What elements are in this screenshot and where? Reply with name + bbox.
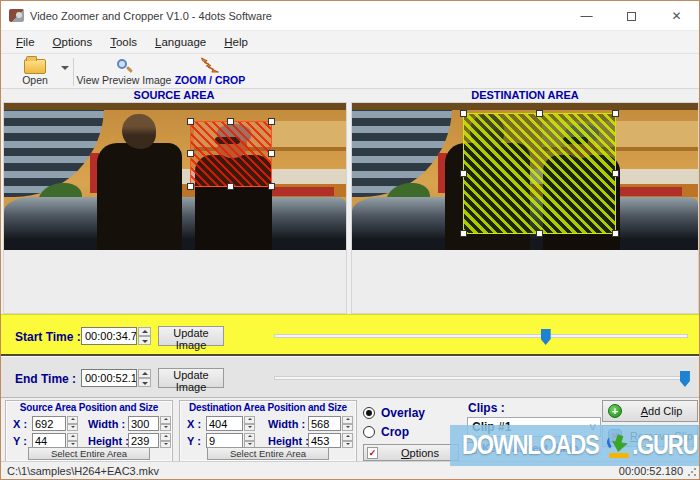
start-time-bar: Start Time : Update Image (1, 314, 699, 356)
end-time-bar: End Time : Update Image (1, 356, 699, 398)
selection-handle[interactable] (460, 110, 467, 117)
dest-y-input[interactable] (206, 433, 243, 448)
source-panel (3, 102, 347, 314)
options-button[interactable]: ✓ Options (363, 444, 459, 461)
add-plus-icon: + (608, 404, 622, 418)
destination-selection-overlay[interactable] (463, 113, 616, 234)
source-area-header: SOURCE AREA (1, 89, 347, 101)
end-time-input[interactable] (81, 369, 137, 387)
toolbar: Open View Preview Image ZOOM / CROP (1, 54, 699, 89)
open-dropdown-arrow-icon[interactable] (61, 66, 69, 70)
source-group-title: Source Area Position and Size (6, 402, 172, 413)
start-time-slider[interactable] (274, 334, 688, 338)
video-frame-source (4, 103, 346, 250)
folder-icon (24, 59, 46, 74)
dest-y-spinner[interactable] (244, 433, 255, 448)
start-time-input[interactable] (81, 327, 137, 345)
selection-handle[interactable] (187, 150, 194, 157)
selection-handle[interactable] (536, 110, 543, 117)
selection-handle[interactable] (612, 110, 619, 117)
source-position-group: Source Area Position and Size X : Width … (5, 400, 173, 462)
source-width-spinner[interactable] (160, 416, 171, 431)
toolbar-separator (73, 58, 74, 86)
end-slider-thumb[interactable] (680, 371, 690, 387)
statusbar-file-path: C:\1\samples\H264+EAC3.mkv (1, 465, 159, 477)
source-x-spinner[interactable] (67, 416, 78, 431)
selection-handle[interactable] (268, 150, 275, 157)
dest-y-label: Y : (187, 435, 201, 447)
dest-height-spinner[interactable] (342, 433, 353, 448)
add-clip-button[interactable]: + Add Clip (602, 400, 698, 422)
menu-tools[interactable]: Tools (101, 33, 146, 51)
view-preview-label: View Preview Image (77, 74, 172, 86)
area-headers: SOURCE AREA DESTINATION AREA (1, 89, 699, 102)
selection-handle[interactable] (227, 183, 234, 190)
zoom-crop-button[interactable]: ZOOM / CROP (171, 56, 249, 87)
dest-x-input[interactable] (206, 416, 243, 431)
view-preview-image-button[interactable]: View Preview Image (77, 56, 171, 87)
selection-handle[interactable] (187, 118, 194, 125)
overlay-label: Overlay (381, 406, 425, 420)
dest-width-input[interactable] (308, 416, 341, 431)
zoom-crop-arrow-icon (198, 57, 222, 74)
downloads-guru-watermark: DOWNLOADS .GURU (450, 425, 700, 466)
source-height-spinner[interactable] (160, 433, 171, 448)
watermark-text-left: DOWNLOADS (461, 430, 598, 461)
overlay-radio[interactable] (363, 407, 375, 419)
end-time-slider[interactable] (274, 376, 688, 380)
menu-language[interactable]: Language (146, 33, 215, 51)
selection-handle[interactable] (460, 170, 467, 177)
clips-label: Clips : (468, 401, 505, 415)
selection-handle[interactable] (227, 118, 234, 125)
dest-height-input[interactable] (308, 433, 341, 448)
destination-area-header: DESTINATION AREA (351, 89, 699, 101)
crop-radio[interactable] (363, 426, 375, 438)
selection-handle[interactable] (187, 183, 194, 190)
source-selection-overlay[interactable] (190, 121, 272, 187)
scene-red-sign (272, 187, 334, 196)
source-select-entire-area-button[interactable]: Select Entire Area (28, 447, 150, 460)
scene-red-sign (620, 187, 682, 196)
dest-x-spinner[interactable] (244, 416, 255, 431)
watermark-text-right: .GURU (632, 430, 697, 461)
selection-handle[interactable] (536, 230, 543, 237)
menu-file[interactable]: File (7, 33, 44, 51)
start-slider-thumb[interactable] (541, 329, 551, 345)
scene-person-left-body (97, 143, 182, 250)
source-x-label: X : (13, 418, 27, 430)
title-bar: Video Zoomer and Cropper V1.0 - 4dots So… (1, 1, 699, 31)
end-time-spinner[interactable] (138, 369, 151, 387)
end-time-label: End Time : (15, 372, 76, 386)
menu-options[interactable]: Options (44, 33, 102, 51)
resize-grip[interactable] (687, 467, 697, 477)
source-y-input[interactable] (32, 433, 66, 448)
selection-handle[interactable] (612, 230, 619, 237)
source-y-spinner[interactable] (67, 433, 78, 448)
source-height-label: Height : (88, 435, 129, 447)
menu-help[interactable]: Help (215, 33, 257, 51)
minimize-icon[interactable]: — (564, 1, 609, 31)
update-image-button-start[interactable]: Update Image (158, 326, 224, 346)
selection-handle[interactable] (268, 183, 275, 190)
source-height-input[interactable] (128, 433, 159, 448)
source-x-input[interactable] (32, 416, 66, 431)
dest-width-label: Width : (268, 418, 305, 430)
overlay-radio-row: Overlay (363, 406, 425, 420)
selection-handle[interactable] (612, 170, 619, 177)
open-button[interactable]: Open (11, 56, 59, 87)
video-frame-dest (352, 103, 698, 250)
app-window: Video Zoomer and Cropper V1.0 - 4dots So… (0, 0, 700, 480)
start-time-spinner[interactable] (138, 327, 151, 345)
window-title: Video Zoomer and Cropper V1.0 - 4dots So… (30, 10, 272, 22)
dest-select-entire-area-button[interactable]: Select Entire Area (207, 447, 329, 460)
app-icon (9, 9, 24, 22)
source-y-label: Y : (13, 435, 27, 447)
close-icon[interactable]: ✕ (654, 1, 699, 31)
selection-handle[interactable] (268, 118, 275, 125)
maximize-icon[interactable] (609, 1, 654, 31)
magnifier-icon (116, 59, 132, 74)
selection-handle[interactable] (460, 230, 467, 237)
dest-width-spinner[interactable] (342, 416, 353, 431)
update-image-button-end[interactable]: Update Image (158, 368, 224, 388)
source-width-input[interactable] (128, 416, 159, 431)
